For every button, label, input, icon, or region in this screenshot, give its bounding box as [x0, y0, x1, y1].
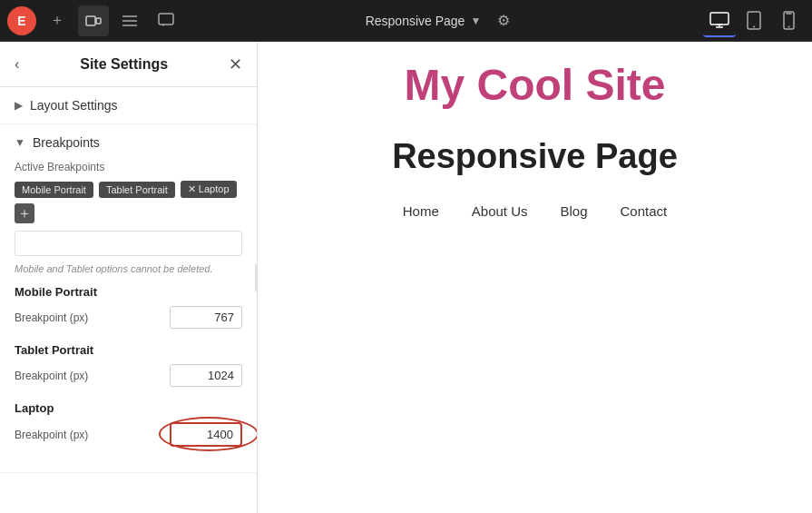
tablet-view-button[interactable] — [738, 5, 770, 37]
responsive-settings-button[interactable] — [78, 5, 109, 36]
sidebar-content: ▶ Layout Settings ▼ Breakpoints Active B… — [0, 87, 257, 513]
sidebar: ‹ Site Settings ✕ ▶ Layout Settings ▼ Br… — [0, 42, 258, 513]
laptop-section-label: Laptop — [15, 401, 242, 415]
tablet-portrait-breakpoint-input[interactable] — [170, 364, 242, 387]
page-selector-button[interactable]: Responsive Page ▼ — [366, 14, 482, 28]
elementor-logo[interactable]: E — [7, 6, 36, 35]
main-layout: ‹ Site Settings ✕ ▶ Layout Settings ▼ Br… — [0, 42, 812, 513]
add-breakpoint-button[interactable]: ＋ — [15, 203, 34, 223]
nav-about[interactable]: About Us — [472, 203, 528, 219]
mobile-portrait-section-label: Mobile Portrait — [15, 285, 242, 299]
breakpoint-tags-row: Mobile Portrait Tablet Portrait ✕ Laptop… — [15, 181, 242, 223]
mobile-portrait-tag-label: Mobile Portrait — [22, 184, 86, 195]
mobile-portrait-breakpoint-input[interactable] — [170, 306, 242, 329]
laptop-tag[interactable]: ✕ Laptop — [181, 181, 237, 198]
tablet-portrait-breakpoint-row: Breakpoint (px) — [15, 364, 242, 387]
preview-area: My Cool Site Responsive Page Home About … — [258, 42, 812, 513]
sidebar-header: ‹ Site Settings ✕ — [0, 42, 257, 87]
layout-settings-label: Layout Settings — [30, 98, 118, 113]
add-element-button[interactable]: ＋ — [42, 5, 73, 36]
nav-contact[interactable]: Contact — [621, 203, 668, 219]
breakpoints-content: Active Breakpoints Mobile Portrait Table… — [15, 150, 242, 447]
close-sidebar-button[interactable]: ✕ — [229, 54, 242, 74]
svg-rect-6 — [710, 13, 729, 25]
desktop-view-button[interactable] — [703, 5, 736, 37]
svg-rect-0 — [86, 16, 95, 25]
comments-button[interactable] — [151, 5, 181, 36]
mobile-portrait-tag: Mobile Portrait — [15, 182, 93, 198]
laptop-breakpoint-input[interactable] — [170, 422, 242, 447]
preview-content: My Cool Site Responsive Page Home About … — [276, 60, 794, 219]
breakpoints-section: ▼ Breakpoints Active Breakpoints Mobile … — [0, 124, 257, 473]
sidebar-collapse-handle[interactable]: ❮ — [255, 264, 258, 291]
mobile-portrait-breakpoint-row: Breakpoint (px) — [15, 306, 242, 329]
chevron-down-icon: ▼ — [470, 15, 481, 27]
tablet-portrait-group: Tablet Portrait Breakpoint (px) — [15, 343, 242, 387]
page-settings-button[interactable]: ⚙ — [488, 5, 519, 36]
page-selector-label: Responsive Page — [366, 14, 465, 28]
back-button[interactable]: ‹ — [15, 56, 19, 73]
nav-menu: Home About Us Blog Contact — [276, 203, 794, 219]
warning-text: Mobile and Tablet options cannot be dele… — [15, 263, 242, 274]
laptop-breakpoint-label: Breakpoint (px) — [15, 429, 88, 441]
laptop-breakpoint-row: Breakpoint (px) — [15, 422, 242, 447]
layout-settings-section[interactable]: ▶ Layout Settings — [0, 87, 257, 124]
laptop-group: Laptop Breakpoint (px) — [15, 401, 242, 447]
toolbar-center: Responsive Page ▼ ⚙ — [187, 5, 698, 36]
expand-arrow-icon: ▶ — [15, 99, 23, 112]
tablet-portrait-tag-label: Tablet Portrait — [106, 184, 168, 195]
breakpoints-toggle[interactable]: ▼ Breakpoints — [15, 135, 242, 150]
mobile-portrait-group: Mobile Portrait Breakpoint (px) — [15, 285, 242, 329]
svg-point-14 — [788, 26, 789, 28]
device-switcher — [703, 5, 805, 37]
svg-point-11 — [753, 26, 755, 28]
svg-rect-5 — [159, 14, 173, 25]
active-breakpoints-label: Active Breakpoints — [15, 161, 242, 173]
breakpoint-input-row[interactable] — [15, 231, 242, 256]
svg-rect-1 — [96, 18, 101, 24]
laptop-tag-label: ✕ Laptop — [188, 183, 230, 195]
tablet-portrait-tag: Tablet Portrait — [99, 182, 175, 198]
collapse-arrow-icon: ▼ — [15, 136, 25, 149]
mobile-portrait-breakpoint-label: Breakpoint (px) — [15, 311, 88, 324]
tablet-portrait-breakpoint-label: Breakpoint (px) — [15, 370, 88, 382]
site-title: My Cool Site — [276, 60, 794, 110]
sidebar-title: Site Settings — [80, 56, 168, 73]
nav-blog[interactable]: Blog — [560, 203, 587, 219]
page-heading: Responsive Page — [276, 137, 794, 176]
breakpoints-label: Breakpoints — [33, 135, 100, 150]
nav-home[interactable]: Home — [403, 203, 439, 219]
top-toolbar: E ＋ Responsive Page ▼ ⚙ — [0, 0, 812, 42]
layers-button[interactable] — [114, 5, 145, 36]
tablet-portrait-section-label: Tablet Portrait — [15, 343, 242, 357]
mobile-view-button[interactable] — [772, 5, 805, 37]
